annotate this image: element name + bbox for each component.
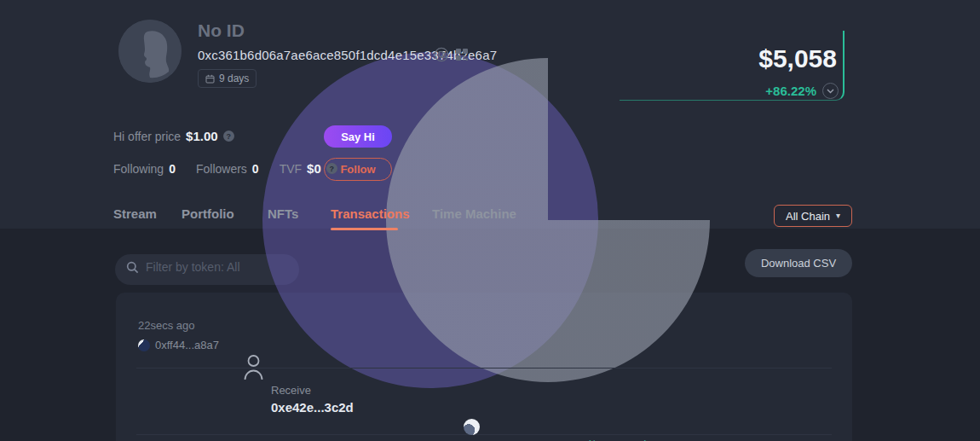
chain-selector-label: All Chain [786,210,830,223]
tab-portfolio[interactable]: Portfolio [182,206,234,221]
wallet-address[interactable]: 0xc361b6d06a7ae6ace850f1dcd4e15e3374b2e6… [198,48,497,62]
balance-change-pct: +86.22% [765,84,816,98]
token-icon-pendle [464,419,480,435]
download-csv-button[interactable]: Download CSV [745,249,852,277]
offer-price-label: Hi offer price [113,130,181,143]
tvf-label: TVF [280,162,302,176]
search-icon [126,261,139,274]
following-count: 0 [169,162,176,176]
caret-down-icon: ▾ [836,212,840,220]
tab-stream[interactable]: Stream [113,206,157,221]
follow-button[interactable]: Follow [324,158,392,181]
social-stats-row: Following 0 Followers 0 TVF $0 ? [113,161,337,176]
token-filter-input[interactable] [146,260,291,274]
profile-name: No ID [198,20,245,41]
tvf-value: $0 [307,161,321,176]
tx-from-address[interactable]: 0xff44...a8a7 [155,339,219,351]
question-icon[interactable]: ? [223,131,234,142]
account-age-label: 9 days [219,73,249,84]
chevron-down-icon[interactable] [822,83,839,99]
account-age-badge: 9 days [198,69,257,88]
tab-nfts[interactable]: NFTs [268,206,298,221]
followers-label: Followers [196,162,247,176]
followers-count: 0 [252,162,259,176]
calendar-icon [205,74,215,84]
offer-price-value: $1.00 [186,129,218,143]
tx-time: 22secs ago [138,319,980,332]
avatar [118,20,182,83]
person-icon [243,353,980,384]
balance-change-row: +86.22% [765,83,839,99]
chain-selector-button[interactable]: All Chain ▾ [774,205,852,227]
chain-icon [138,339,150,351]
active-tab-underline [331,228,398,230]
tx-to-address[interactable]: 0xe42e...3c2d [271,400,980,415]
offer-price-row: Hi offer price $1.00 ? [113,129,234,143]
total-balance: $5,058 [758,44,837,73]
say-hi-button[interactable]: Say Hi [324,125,392,148]
tab-transactions[interactable]: Transactions [331,206,410,221]
copy-icon[interactable] [434,47,449,62]
qrcode-icon[interactable] [454,47,470,62]
following-label: Following [113,162,164,176]
tab-time-machine[interactable]: Time Machine [432,206,516,221]
tx-action: Receive [271,384,980,397]
